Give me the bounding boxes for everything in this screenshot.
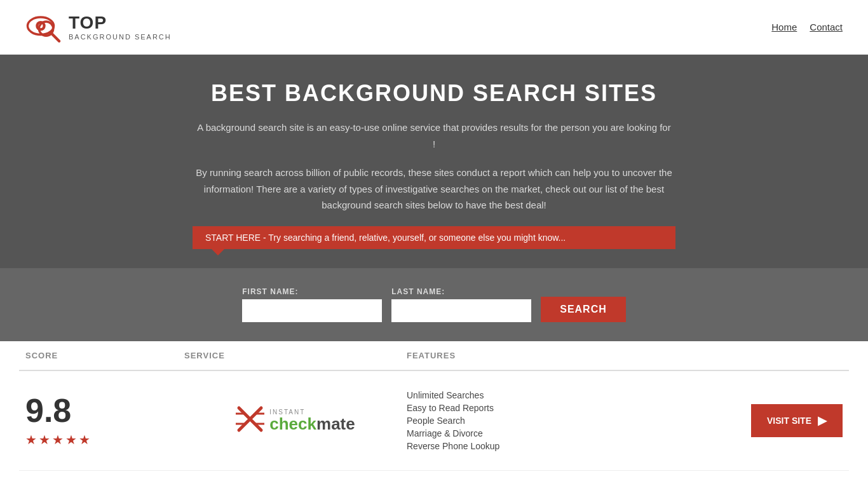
checkmate-logo: instant checkmate	[236, 405, 355, 436]
score-number-1: 9.8	[25, 394, 71, 427]
checkmate-name-text: checkmate	[269, 416, 355, 432]
checkmate-icon-group	[236, 405, 264, 436]
feature-1-4: Marriage & Divorce	[407, 428, 499, 438]
header-score: SCORE	[25, 351, 184, 360]
star-4: ★	[65, 432, 77, 447]
hero-description-1: A background search site is an easy-to-u…	[196, 119, 672, 152]
stars-1: ★ ★ ★ ★ ★	[25, 432, 90, 447]
star-2: ★	[39, 432, 50, 447]
header-features: FEATURES	[407, 351, 843, 360]
visit-arrow-icon-1: ▶	[818, 414, 827, 428]
search-button[interactable]: SEARCH	[541, 297, 626, 322]
feature-1-5: Reverse Phone Lookup	[407, 441, 499, 451]
visit-button-1[interactable]: VISIT SITE ▶	[751, 404, 843, 437]
star-3: ★	[52, 432, 64, 447]
logo-icon	[25, 10, 64, 44]
main-nav: Home Contact	[771, 22, 843, 32]
search-form: FIRST NAME: LAST NAME: SEARCH	[13, 287, 855, 322]
checkmate-check-text: check	[269, 414, 316, 433]
nav-home[interactable]: Home	[771, 22, 797, 32]
results-table: SCORE SERVICE FEATURES 9.8 ★ ★ ★ ★ ★	[0, 341, 868, 489]
feature-1-2: Easy to Read Reports	[407, 403, 499, 413]
hero-title: BEST BACKGROUND SEARCH SITES	[13, 80, 855, 107]
table-row: 9.8 ★ ★ ★ ★ ★	[19, 371, 849, 471]
checkmate-mate-text: mate	[316, 414, 355, 433]
features-area-1: Unlimited Searches Easy to Read Reports …	[407, 390, 843, 451]
first-name-label: FIRST NAME:	[242, 287, 382, 296]
checkmate-icon-svg	[236, 405, 264, 433]
star-1: ★	[25, 432, 37, 447]
nav-contact[interactable]: Contact	[810, 22, 843, 32]
service-logo-1: instant checkmate	[184, 405, 407, 436]
search-banner: START HERE - Try searching a friend, rel…	[193, 226, 675, 249]
features-list-1: Unlimited Searches Easy to Read Reports …	[407, 390, 499, 451]
logo-top: TOP	[69, 13, 172, 33]
last-name-input[interactable]	[391, 299, 531, 322]
score-area-1: 9.8 ★ ★ ★ ★ ★	[25, 394, 184, 447]
search-form-area: FIRST NAME: LAST NAME: SEARCH	[0, 268, 868, 341]
feature-1-3: People Search	[407, 416, 499, 426]
hero-description-2: By running search across billion of publ…	[196, 165, 672, 214]
last-name-label: LAST NAME:	[391, 287, 531, 296]
table-row-2: 9.4 ★ ★ ★ ★ ★ PeopleLooker Accurate and …	[19, 471, 849, 489]
header-service: SERVICE	[184, 351, 407, 360]
star-5: ★	[79, 432, 90, 447]
logo-bottom: BACKGROUND SEARCH	[69, 33, 172, 41]
first-name-input[interactable]	[242, 299, 382, 322]
site-header: TOP BACKGROUND SEARCH Home Contact	[0, 0, 868, 55]
table-header: SCORE SERVICE FEATURES	[19, 341, 849, 371]
first-name-group: FIRST NAME:	[242, 287, 382, 322]
checkmate-text-area: instant checkmate	[269, 409, 355, 432]
feature-1-1: Unlimited Searches	[407, 390, 499, 400]
logo: TOP BACKGROUND SEARCH	[25, 10, 172, 44]
logo-text: TOP BACKGROUND SEARCH	[69, 13, 172, 41]
last-name-group: LAST NAME:	[391, 287, 531, 322]
hero-section: BEST BACKGROUND SEARCH SITES A backgroun…	[0, 55, 868, 268]
